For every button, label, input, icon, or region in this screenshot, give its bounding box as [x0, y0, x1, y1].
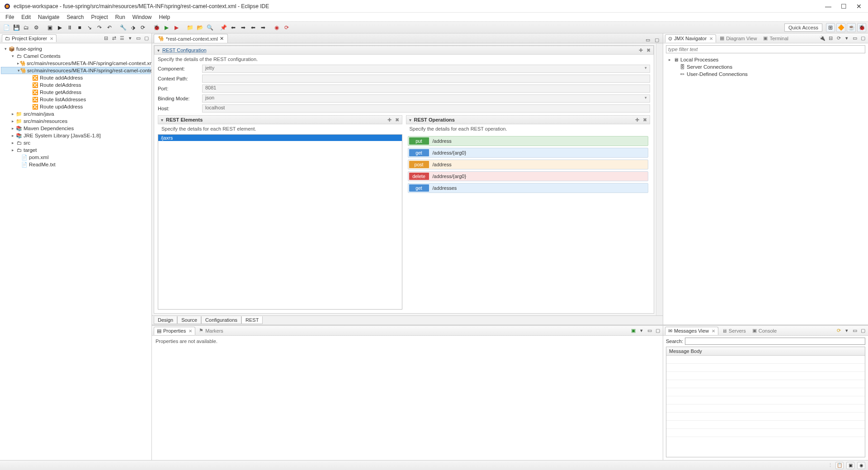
collapse-icon[interactable]: ▾ [409, 118, 411, 122]
view-menu-icon[interactable]: ▾ [844, 328, 850, 334]
tab-configurations[interactable]: Configurations [201, 316, 241, 324]
pause-icon[interactable]: ⏸ [65, 23, 74, 32]
context-path-field[interactable] [202, 75, 650, 83]
menu-help[interactable]: Help [156, 13, 174, 21]
coverage-icon[interactable]: ⬗ [128, 23, 137, 32]
open-type-icon[interactable]: 📁 [185, 23, 194, 32]
messages-close-icon[interactable]: ✕ [712, 329, 715, 334]
rest-operations-list[interactable]: put/address get/address/{arg0} post/addr… [406, 134, 651, 310]
connect-icon[interactable]: 🔌 [819, 35, 826, 42]
stepover-icon[interactable]: ↷ [95, 23, 104, 32]
add-icon[interactable]: ✚ [387, 117, 392, 123]
rest-op-delete[interactable]: delete/address/{arg0} [408, 171, 649, 181]
maximize-button[interactable]: ☐ [840, 3, 847, 10]
collapse-icon[interactable]: ▾ [157, 48, 160, 53]
persp-debug-icon[interactable]: 🐞 [857, 23, 866, 32]
tree-src-java[interactable]: ▸📁src/main/java [1, 110, 151, 118]
rest-operations-bar[interactable]: ▾ REST Operations ✚ ✖ [406, 115, 651, 124]
stepreturn-icon[interactable]: ↶ [105, 23, 114, 32]
console-tab[interactable]: ▣ Console [750, 327, 779, 334]
back-icon[interactable]: ⬅ [249, 23, 258, 32]
tree-target[interactable]: ▸🗀target [1, 146, 151, 154]
jmx-close-icon[interactable]: ✕ [709, 36, 713, 41]
project-explorer-close-icon[interactable]: ✕ [50, 36, 53, 41]
editor-tab-close-icon[interactable]: ✕ [220, 36, 224, 42]
tab-rest[interactable]: REST [241, 316, 263, 324]
filter-icon[interactable]: ☰ [119, 35, 125, 42]
minimize-editor-icon[interactable]: ▭ [645, 37, 651, 43]
menu-edit[interactable]: Edit [18, 13, 34, 21]
refresh-msgs-icon[interactable]: ⟳ [835, 328, 842, 334]
collapse-all-icon[interactable]: ⊟ [103, 35, 109, 42]
properties-tab[interactable]: ▤ Properties ✕ [154, 327, 195, 335]
maximize-view-icon[interactable]: ▢ [860, 35, 866, 42]
pin-icon[interactable]: 📌 [219, 23, 228, 32]
build-icon[interactable]: ⚙ [32, 23, 41, 32]
rest-config-section-bar[interactable]: ▾ REST Configuration ✚ ✖ [154, 46, 654, 55]
link-editor-icon[interactable]: ⇄ [111, 35, 117, 42]
messages-search-input[interactable] [685, 338, 865, 345]
refresh-icon[interactable]: ⟳ [138, 23, 147, 32]
markers-tab[interactable]: ⚑ Markers [196, 327, 226, 334]
jmx-server-connections[interactable]: 🗄Server Connections [665, 63, 866, 70]
refresh-icon[interactable]: ⟳ [835, 35, 842, 42]
minimize-view-icon[interactable]: ▭ [852, 328, 858, 334]
servers-tab[interactable]: 🖥 Servers [719, 327, 749, 334]
rest-elements-list[interactable]: /jaxrs [158, 134, 402, 310]
maximize-view-icon[interactable]: ▢ [860, 328, 866, 334]
step-icon[interactable]: ↘ [85, 23, 94, 32]
props-menu-icon[interactable]: ▾ [638, 328, 645, 334]
collapse-icon[interactable]: ▾ [161, 118, 163, 122]
run-icon[interactable]: ▶ [162, 23, 171, 32]
debug-config-icon[interactable]: 🔧 [118, 23, 127, 32]
rest-element-item[interactable]: /jaxrs [158, 135, 402, 141]
persp-java-icon[interactable]: ☕ [847, 23, 856, 32]
tab-source[interactable]: Source [177, 316, 201, 324]
minimize-view-icon[interactable]: ▭ [646, 328, 653, 334]
new-icon[interactable]: 📄 [2, 23, 11, 32]
minimize-view-icon[interactable]: ▭ [135, 35, 142, 42]
forward-icon[interactable]: ➡ [259, 23, 268, 32]
port-field[interactable]: 8081 [202, 85, 650, 93]
component-field[interactable]: jetty [202, 65, 650, 73]
quick-access[interactable]: Quick Access [784, 24, 822, 32]
menu-run[interactable]: Run [112, 13, 129, 21]
open-perspective-icon[interactable]: ⊞ [826, 23, 835, 32]
jboss-icon[interactable]: ◉ [272, 23, 281, 32]
tree-src[interactable]: ▸🗀src [1, 139, 151, 146]
search-icon[interactable]: 🔍 [205, 23, 214, 32]
binding-field[interactable]: json [202, 94, 650, 103]
maximize-editor-icon[interactable]: ▢ [654, 37, 660, 43]
menu-project[interactable]: Project [87, 13, 111, 21]
close-button[interactable]: ✕ [855, 3, 863, 10]
delete-icon[interactable]: ✖ [646, 47, 651, 53]
project-explorer-tab[interactable]: 🗀 Project Explorer ✕ [2, 34, 57, 42]
stop-icon[interactable]: ■ [75, 23, 84, 32]
terminal-icon[interactable]: ▣ [45, 23, 54, 32]
tree-route[interactable]: 🔀Route getAddress [1, 89, 151, 96]
messages-table[interactable]: Message Body [666, 347, 865, 457]
status-btn-2[interactable]: ▣ [846, 462, 854, 469]
delete-icon[interactable]: ✖ [643, 117, 647, 123]
rest-op-get[interactable]: get/address/{arg0} [408, 148, 649, 158]
tree-root[interactable]: ▾📦fuse-spring [1, 45, 151, 52]
open-task-icon[interactable]: 📂 [195, 23, 204, 32]
persp-fuse-icon[interactable]: 🔶 [836, 23, 845, 32]
minimize-button[interactable]: — [825, 3, 832, 10]
reload-icon[interactable]: ⟳ [282, 23, 291, 32]
ext-run-icon[interactable]: ▶ [172, 23, 181, 32]
nav-prev-icon[interactable]: ⬅ [229, 23, 238, 32]
host-field[interactable]: localhost [202, 104, 650, 113]
messages-col-header[interactable]: Message Body [666, 347, 865, 356]
tree-camel-contexts[interactable]: ▾🗀Camel Contexts [1, 52, 151, 60]
nav-next-icon[interactable]: ➡ [239, 23, 248, 32]
view-menu-icon[interactable]: ▾ [844, 35, 850, 42]
rest-op-get[interactable]: get/addresses [408, 183, 649, 193]
skip-icon[interactable]: ▶ [55, 23, 64, 32]
maximize-view-icon[interactable]: ▢ [655, 328, 661, 334]
menu-file[interactable]: File [2, 13, 18, 21]
project-tree[interactable]: ▾📦fuse-spring ▾🗀Camel Contexts ▸🐪src/mai… [0, 43, 151, 460]
view-menu-icon[interactable]: ▾ [127, 35, 133, 42]
tree-readme[interactable]: 📄ReadMe.txt [1, 161, 151, 168]
add-icon[interactable]: ✚ [639, 47, 643, 53]
